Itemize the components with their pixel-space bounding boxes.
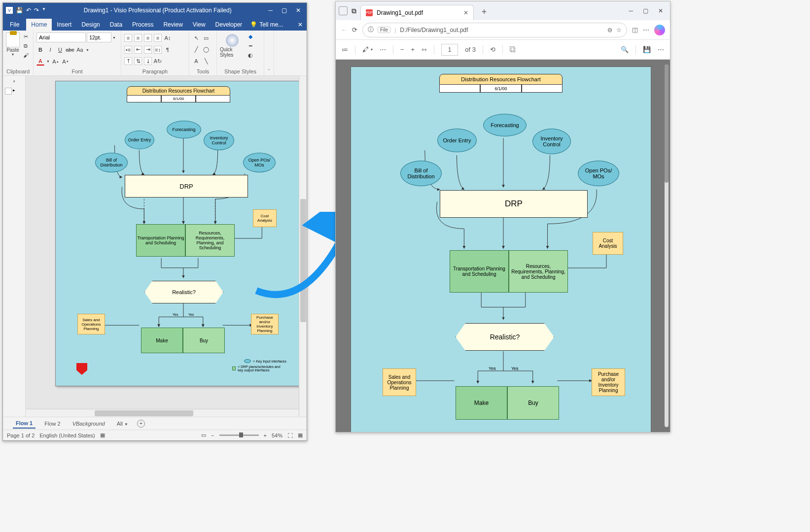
line-tool-icon[interactable]: ╲ xyxy=(202,57,210,65)
scrollbar-thumb[interactable] xyxy=(665,65,669,183)
presentation-mode-icon[interactable]: ▭ xyxy=(201,432,206,438)
bold-icon[interactable]: B xyxy=(36,46,44,54)
node-order-entry[interactable]: Order Entry xyxy=(125,131,154,149)
more-icon[interactable]: ⋯ xyxy=(658,46,664,53)
qat-dropdown-icon[interactable]: ▼ xyxy=(42,7,46,14)
node-forecasting[interactable]: Forecasting xyxy=(167,121,201,138)
node-buy[interactable]: Buy xyxy=(183,328,225,353)
align-top-icon[interactable]: ⤒ xyxy=(124,57,132,65)
pdf-scrollbar[interactable] xyxy=(665,65,669,427)
node-sales-ops[interactable]: Sales and Operations Planning xyxy=(77,314,105,334)
node-resources[interactable]: Resources, Requirements, Planning, and S… xyxy=(185,224,235,257)
zoom-out-icon[interactable]: − xyxy=(400,46,404,53)
font-name-input[interactable] xyxy=(36,33,86,42)
fit-page-icon[interactable]: ⛶ xyxy=(287,432,293,438)
split-screen-icon[interactable]: ◫ xyxy=(632,26,638,33)
pdf-viewport[interactable]: Yes Yes Distribution Resources Flowchart… xyxy=(336,60,670,432)
chevron-down-icon[interactable]: ▼ xyxy=(86,48,89,52)
zoom-in-icon[interactable]: + xyxy=(264,432,267,438)
text-tool-icon[interactable]: A xyxy=(192,57,200,65)
close-icon[interactable]: ✕ xyxy=(658,7,663,14)
zoom-lens-icon[interactable]: ⊖ xyxy=(607,27,612,33)
change-case-icon[interactable]: Aa xyxy=(76,46,84,54)
vertical-scrollbar[interactable] xyxy=(299,76,307,417)
sheet-flow2[interactable]: Flow 2 xyxy=(41,419,63,428)
address-bar[interactable]: ⓘ File | D:/Files/Drawing1_out.pdf ⊖ ☆ xyxy=(362,23,627,37)
settings-menu-icon[interactable]: ⋯ xyxy=(643,26,649,33)
tab-data[interactable]: Data xyxy=(105,19,127,31)
increase-indent-icon[interactable]: ⇥ xyxy=(144,46,152,54)
cut-icon[interactable]: ✂ xyxy=(22,33,30,40)
tab-insert[interactable]: Insert xyxy=(52,19,76,31)
justify-icon[interactable]: ≡ xyxy=(154,34,162,42)
site-info-icon[interactable]: ⓘ xyxy=(368,26,374,34)
scrollbar-thumb[interactable] xyxy=(300,199,306,322)
paste-button[interactable]: Paste ▼ xyxy=(6,33,20,59)
save-icon[interactable]: 💾 xyxy=(643,46,651,53)
zoom-level[interactable]: 54% xyxy=(272,432,282,438)
node-drp[interactable]: DRP xyxy=(125,175,248,198)
chevron-down-icon[interactable]: ▼ xyxy=(46,60,50,63)
tab-process[interactable]: Process xyxy=(127,19,158,31)
tab-developer[interactable]: Developer xyxy=(211,19,247,31)
switch-windows-icon[interactable]: ▦ xyxy=(298,432,303,438)
scrollbar-thumb[interactable] xyxy=(95,410,193,416)
node-inventory-control[interactable]: Inventory Control xyxy=(204,131,234,150)
node-open-pos[interactable]: Open POs/ MOs xyxy=(243,153,276,172)
ribbon-collapse-icon[interactable]: ˆ xyxy=(268,69,270,74)
align-center-icon[interactable]: ≡ xyxy=(134,34,142,42)
orientation-icon[interactable]: A↕ xyxy=(164,34,172,42)
rectangle-tool-icon[interactable]: ▭ xyxy=(202,34,210,42)
page-number-input[interactable]: 1 xyxy=(441,44,458,56)
macro-icon[interactable]: ▦ xyxy=(100,432,105,438)
zoom-out-icon[interactable]: − xyxy=(211,432,214,438)
node-purchase[interactable]: Purchase and/or Inventory Planning xyxy=(251,314,279,334)
format-painter-icon[interactable]: 🖌 xyxy=(22,51,30,59)
back-icon[interactable]: ← xyxy=(341,26,347,33)
font-size-input[interactable] xyxy=(87,33,111,42)
tell-me[interactable]: 💡Tell me... xyxy=(247,19,294,31)
contents-icon[interactable]: ≔ xyxy=(342,46,348,53)
minimize-icon[interactable]: ─ xyxy=(268,7,273,14)
line-style-icon[interactable]: ━ xyxy=(247,42,254,50)
node-cost-analysis[interactable]: Cost Analysis xyxy=(253,209,277,227)
horizontal-scrollbar[interactable] xyxy=(26,409,299,417)
strikethrough-icon[interactable]: abc xyxy=(66,46,74,54)
redo-icon[interactable]: ↷ xyxy=(34,7,39,14)
shapes-toggle[interactable]: ▸ xyxy=(5,88,23,95)
zoom-in-icon[interactable]: + xyxy=(411,46,415,53)
chevron-right-icon[interactable]: › xyxy=(5,78,23,84)
align-middle-icon[interactable]: ⇅ xyxy=(134,57,142,65)
save-icon[interactable]: 💾 xyxy=(16,7,23,14)
chevron-down-icon[interactable]: ▾ xyxy=(371,47,373,52)
grow-font-icon[interactable]: A▲ xyxy=(52,58,60,66)
ellipse-tool-icon[interactable]: ◯ xyxy=(202,46,210,54)
tab-design[interactable]: Design xyxy=(76,19,105,31)
browser-tab[interactable]: PDF Drawing1_out.pdf ✕ xyxy=(360,5,474,20)
collapse-ribbon-icon[interactable]: ✕ xyxy=(294,19,307,31)
workspaces-icon[interactable]: ⧉ xyxy=(352,7,356,15)
find-icon[interactable]: 🔍 xyxy=(621,46,629,53)
node-transportation[interactable]: Transportation Planning and Scheduling xyxy=(136,224,185,257)
bullets-icon[interactable]: •≡ xyxy=(124,46,132,54)
slider-thumb[interactable] xyxy=(239,432,243,437)
quick-styles-button[interactable]: Quick Styles xyxy=(220,34,245,58)
node-realistic[interactable]: Realistic? xyxy=(144,281,223,303)
zoom-slider[interactable] xyxy=(219,434,259,436)
minimize-icon[interactable]: ─ xyxy=(629,7,633,14)
tab-file[interactable]: File xyxy=(3,19,26,31)
new-tab-button[interactable]: + xyxy=(478,5,491,18)
maximize-icon[interactable]: ▢ xyxy=(643,7,648,14)
profile-icon[interactable] xyxy=(339,6,348,15)
copy-icon[interactable]: ⧉ xyxy=(22,42,30,50)
undo-icon[interactable]: ↶ xyxy=(26,7,31,14)
fill-icon[interactable]: ◆ xyxy=(247,33,254,40)
copilot-icon[interactable] xyxy=(654,25,665,35)
fit-width-icon[interactable]: ⇿ xyxy=(422,46,427,53)
decrease-indent-icon[interactable]: ⇤ xyxy=(134,46,142,54)
refresh-icon[interactable]: ⟳ xyxy=(352,26,357,33)
line-spacing-icon[interactable]: ≡↕ xyxy=(154,46,162,54)
add-sheet-button[interactable]: + xyxy=(137,420,145,428)
align-left-icon[interactable]: ≡ xyxy=(124,34,132,42)
page-view-icon[interactable]: ⿻ xyxy=(510,46,516,53)
